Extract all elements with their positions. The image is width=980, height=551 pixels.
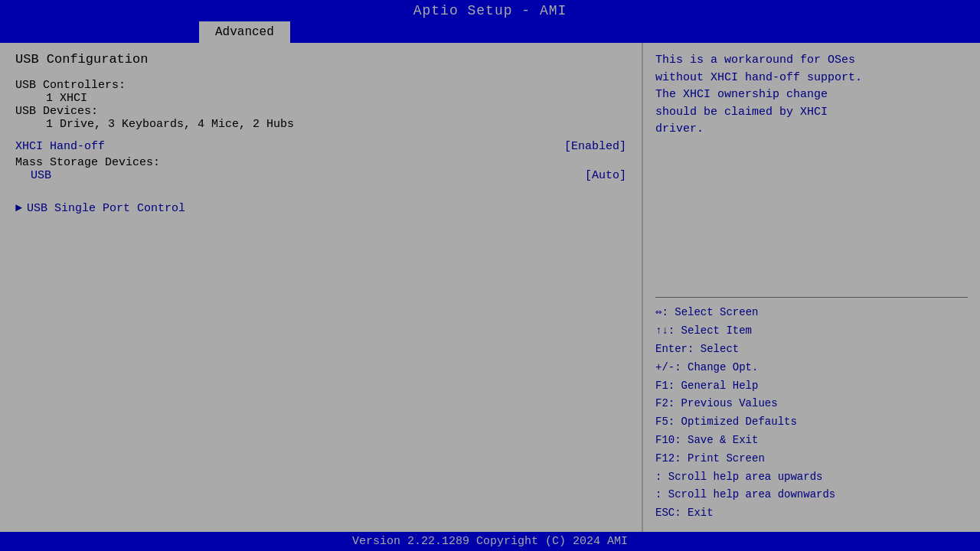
key-legend: ⇔: Select Screen↑↓: Select ItemEnter: Se… — [655, 304, 968, 523]
usb-controllers-label: USB Controllers: — [15, 79, 626, 92]
key-legend-item: F2: Previous Values — [655, 395, 968, 413]
usb-devices-label: USB Devices: — [15, 105, 626, 118]
divider — [655, 297, 968, 298]
nav-arrow-icon: ► — [15, 202, 22, 215]
usb-controllers-value: 1 XHCI — [15, 92, 626, 105]
key-legend-item: : Scroll help area upwards — [655, 468, 968, 487]
footer-text: Version 2.22.1289 Copyright (C) 2024 AMI — [352, 535, 628, 548]
section-title: USB Configuration — [15, 52, 626, 67]
tab-advanced[interactable]: Advanced — [199, 21, 290, 43]
key-legend-item: Enter: Select — [655, 341, 968, 359]
mass-storage-value: [Auto] — [585, 169, 626, 182]
footer: Version 2.22.1289 Copyright (C) 2024 AMI — [0, 532, 980, 551]
right-panel: This is a workaround for OSeswithout XHC… — [643, 43, 980, 532]
key-legend-item: F1: General Help — [655, 377, 968, 396]
key-legend-item: ESC: Exit — [655, 504, 968, 523]
key-legend-item: : Scroll help area downwards — [655, 486, 968, 504]
mass-storage-sublabel: USB — [31, 169, 51, 182]
mass-storage-label: Mass Storage Devices: — [15, 156, 626, 169]
app-title: Aptio Setup - AMI — [413, 3, 567, 18]
key-legend-item: F10: Save & Exit — [655, 432, 968, 450]
key-legend-item: ⇔: Select Screen — [655, 304, 968, 322]
usb-single-port-label: USB Single Port Control — [27, 202, 185, 215]
xhci-handoff-value: [Enabled] — [564, 140, 626, 153]
tab-bar: Advanced — [0, 21, 980, 43]
left-panel: USB Configuration USB Controllers: 1 XHC… — [0, 43, 643, 532]
xhci-handoff-label: XHCI Hand-off — [15, 140, 105, 153]
key-legend-item: +/-: Change Opt. — [655, 359, 968, 377]
usb-devices-value: 1 Drive, 3 Keyboards, 4 Mice, 2 Hubs — [15, 118, 626, 131]
main-content: USB Configuration USB Controllers: 1 XHC… — [0, 43, 980, 532]
key-legend-item: F5: Optimized Defaults — [655, 413, 968, 432]
xhci-handoff-row[interactable]: XHCI Hand-off [Enabled] — [15, 140, 626, 153]
key-legend-item: F12: Print Screen — [655, 450, 968, 468]
title-bar: Aptio Setup - AMI — [0, 0, 980, 21]
mass-storage-row[interactable]: USB [Auto] — [15, 169, 626, 182]
help-text: This is a workaround for OSeswithout XHC… — [655, 52, 968, 291]
usb-single-port-nav[interactable]: ► USB Single Port Control — [15, 202, 626, 215]
key-legend-item: ↑↓: Select Item — [655, 322, 968, 341]
